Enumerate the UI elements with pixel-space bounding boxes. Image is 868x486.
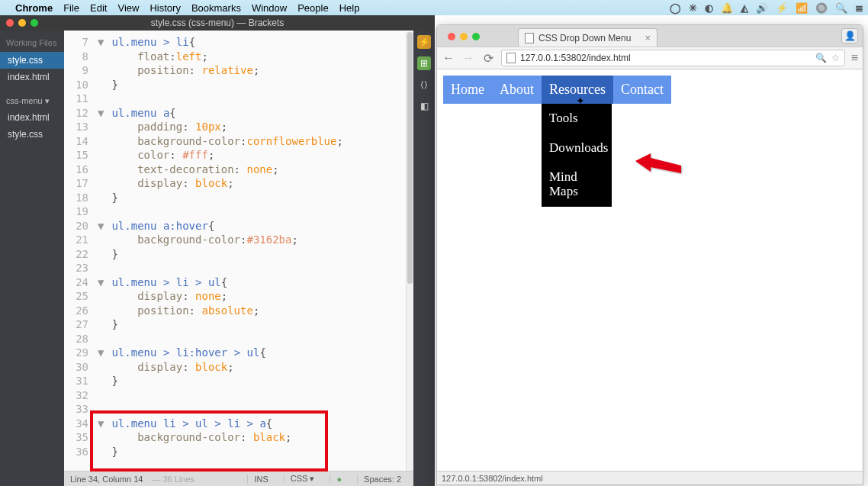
menu-item[interactable]: Bookmarks (191, 2, 241, 14)
submenu-item[interactable]: Mind Maps (542, 163, 612, 206)
chrome-tabstrip[interactable]: CSS Drop Down Menu × 👤 (437, 25, 863, 47)
language-mode[interactable]: CSS ▾ (284, 474, 321, 484)
menu-item[interactable]: People (297, 2, 328, 14)
submenu: Tools Downloads Mind Maps (542, 104, 612, 207)
nav-item-contact[interactable]: Contact (613, 76, 671, 104)
rendered-page[interactable]: Home About Resources Tools Downloads Min… (437, 69, 863, 471)
window-controls (448, 33, 480, 40)
volume-icon[interactable]: 🔊 (756, 2, 768, 14)
project-file[interactable]: style.css (0, 126, 64, 143)
close-tab-button[interactable]: × (645, 32, 651, 43)
status-icon[interactable]: ◐ (705, 2, 713, 14)
browser-tab[interactable]: CSS Drop Down Menu × (518, 28, 657, 47)
working-files-heading: Working Files (0, 35, 64, 52)
total-lines: — 36 Lines (152, 475, 194, 484)
bookmark-star-icon[interactable]: ☆ (831, 53, 840, 63)
chrome-window: CSS Drop Down Menu × 👤 ← → ⟳ 127.0.0.1:5… (436, 24, 863, 485)
working-file[interactable]: style.css (0, 52, 64, 69)
nav-menu: Home About Resources Tools Downloads Min… (443, 76, 857, 104)
minimize-window-button[interactable] (460, 33, 468, 40)
submenu-link[interactable]: Downloads (542, 134, 612, 163)
submenu-link[interactable]: Tools (542, 104, 612, 134)
status-icon[interactable]: ✳ (689, 2, 697, 14)
page-favicon-icon (525, 33, 534, 43)
menu-item[interactable]: Help (339, 2, 360, 14)
chrome-status-bar: 127.0.0.1:53802/index.html (437, 471, 863, 484)
extension-icon[interactable]: ◧ (417, 99, 431, 113)
submenu-item[interactable]: Downloads (542, 134, 612, 163)
app-menu[interactable]: Chrome (15, 2, 53, 14)
extension-icon[interactable]: ⟨⟩ (417, 78, 431, 92)
project-dropdown[interactable]: css-menu ▾ (0, 93, 64, 109)
chrome-menu-button[interactable]: ≡ (851, 51, 858, 65)
chrome-toolbar: ← → ⟳ 127.0.0.1:53802/index.html 🔍 ☆ ≡ (437, 47, 863, 69)
close-window-button[interactable] (448, 33, 455, 40)
nav-link[interactable]: Resources (542, 76, 613, 104)
forward-button[interactable]: → (461, 51, 475, 65)
indent-setting[interactable]: Spaces: 2 (357, 475, 407, 484)
lint-status-icon[interactable]: ● (330, 475, 348, 484)
profile-button[interactable]: 👤 (841, 28, 858, 43)
mac-menubar: Chrome File Edit View History Bookmarks … (0, 0, 868, 15)
menubar-status-icons: ◯ ✳ ◐ 🔔 ◭ 🔊 ⚡ 📶 🔘 🔍 ≣ (670, 2, 863, 14)
menu-item[interactable]: Window (252, 2, 287, 14)
nav-item-resources[interactable]: Resources Tools Downloads Mind Maps (542, 76, 613, 104)
scroll-thumb[interactable] (407, 32, 413, 284)
status-icon[interactable]: 🔘 (815, 2, 828, 14)
nav-item-home[interactable]: Home (443, 76, 492, 104)
line-number-gutter: 7891011121314151617181920212223242526272… (64, 31, 95, 471)
editor-scrollbar[interactable] (406, 32, 413, 471)
submenu-link[interactable]: Mind Maps (542, 163, 612, 206)
brackets-window: style.css (css-menu) — Brackets Working … (0, 15, 435, 486)
site-info-icon[interactable] (506, 53, 516, 63)
nav-link[interactable]: Contact (613, 76, 671, 104)
back-button[interactable]: ← (442, 51, 455, 65)
cursor-position: Line 34, Column 14 (70, 475, 143, 484)
tab-title: CSS Drop Down Menu (538, 33, 631, 43)
nav-item-about[interactable]: About (492, 76, 542, 104)
status-text: 127.0.0.1:53802/index.html (442, 474, 543, 483)
brackets-titlebar[interactable]: style.css (css-menu) — Brackets (0, 15, 435, 31)
submenu-item[interactable]: Tools (542, 104, 612, 134)
wifi-icon[interactable]: 📶 (796, 2, 808, 14)
battery-icon[interactable]: ⚡ (776, 2, 788, 14)
menu-item[interactable]: File (63, 2, 79, 14)
notifications-icon[interactable]: 🔔 (721, 2, 733, 14)
nav-link[interactable]: Home (443, 76, 492, 104)
project-file[interactable]: index.html (0, 109, 64, 126)
extension-icon[interactable]: ⊞ (417, 56, 431, 70)
working-file[interactable]: index.html (0, 69, 64, 85)
insert-mode[interactable]: INS (247, 475, 274, 484)
live-preview-icon[interactable]: ⚡ (417, 35, 431, 49)
annotation-arrow-icon (634, 152, 687, 182)
spotlight-icon[interactable]: 🔍 (835, 2, 847, 14)
menu-item[interactable]: Edit (90, 2, 107, 14)
nav-link[interactable]: About (492, 76, 542, 104)
url-text: 127.0.0.1:53802/index.html (520, 53, 631, 63)
brackets-sidebar: Working Files style.css index.html css-m… (0, 31, 64, 486)
menu-item[interactable]: History (149, 2, 180, 14)
drive-icon[interactable]: ◭ (741, 2, 748, 14)
code-editor[interactable]: 7891011121314151617181920212223242526272… (64, 31, 413, 471)
code-area[interactable]: ▼ ul.menu > li{ float:left; position: re… (95, 31, 413, 471)
reload-button[interactable]: ⟳ (481, 51, 495, 66)
menu-item[interactable]: View (117, 2, 139, 14)
brackets-status-bar: Line 34, Column 14 — 36 Lines INS CSS ▾ … (64, 471, 413, 486)
brackets-right-toolbar: ⚡ ⊞ ⟨⟩ ◧ (413, 31, 435, 486)
zoom-window-button[interactable] (472, 33, 480, 40)
notification-center-icon[interactable]: ≣ (855, 2, 863, 14)
window-title: style.css (css-menu) — Brackets (0, 18, 435, 28)
svg-marker-0 (635, 153, 681, 173)
address-bar[interactable]: 127.0.0.1:53802/index.html 🔍 ☆ (501, 50, 845, 66)
status-icon[interactable]: ◯ (670, 2, 681, 14)
zoom-icon[interactable]: 🔍 (815, 53, 827, 63)
